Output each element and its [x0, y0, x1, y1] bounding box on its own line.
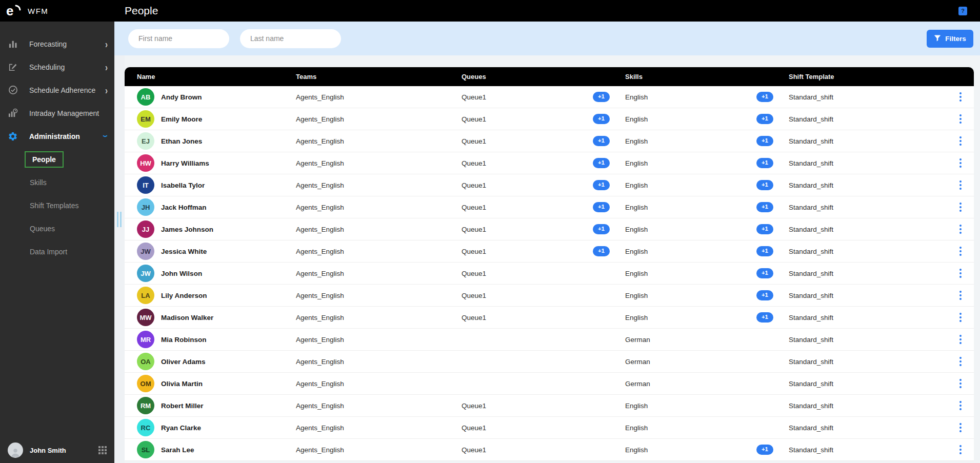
avatar: EJ [137, 132, 154, 150]
row-menu-kebab-icon[interactable] [957, 443, 964, 456]
skill-value: English [625, 93, 648, 101]
table-row[interactable]: EM Emily Moore Agents_English Queue1 +1 … [125, 108, 974, 130]
shift-template-cell: Standard_shift [789, 336, 957, 344]
filters-button[interactable]: Filters [927, 30, 973, 48]
queue-value: Queue1 [462, 182, 486, 189]
skill-more-badge[interactable]: +1 [756, 158, 773, 168]
skill-more-badge[interactable]: +1 [756, 290, 773, 300]
queue-more-badge[interactable]: +1 [593, 158, 610, 168]
sidebar-item-label: Forecasting [29, 40, 105, 48]
row-menu-kebab-icon[interactable] [957, 245, 964, 258]
apps-grid-icon[interactable] [98, 446, 107, 454]
row-menu-kebab-icon[interactable] [957, 377, 964, 390]
column-header-queues: Queues [462, 73, 625, 80]
sidebar-item-data-import[interactable]: Data Import [0, 240, 114, 263]
table-row[interactable]: LA Lily Anderson Agents_English Queue1 E… [125, 285, 974, 307]
sidebar-item-scheduling[interactable]: Scheduling › [0, 55, 114, 78]
table-row[interactable]: JJ James Johnson Agents_English Queue1 +… [125, 218, 974, 240]
table-row[interactable]: JW John Wilson Agents_English Queue1 Eng… [125, 263, 974, 285]
sidebar-item-skills[interactable]: Skills [0, 171, 114, 194]
queue-more-badge[interactable]: +1 [593, 180, 610, 190]
actions-cell [957, 311, 979, 324]
help-icon[interactable]: ? [958, 7, 967, 15]
column-header-skills: Skills [625, 73, 789, 80]
queue-more-badge[interactable]: +1 [593, 114, 610, 124]
row-menu-kebab-icon[interactable] [957, 223, 964, 236]
table-row[interactable]: RC Ryan Clarke Agents_English Queue1 Eng… [125, 417, 974, 439]
splitter-handle[interactable] [117, 212, 122, 227]
skill-cell: English +1 [625, 202, 789, 212]
row-menu-kebab-icon[interactable] [957, 399, 964, 412]
avatar: AB [137, 88, 154, 106]
last-name-input[interactable] [240, 29, 341, 48]
sidebar-item-forecasting[interactable]: Forecasting › [0, 32, 114, 55]
shift-template-cell: Standard_shift [789, 182, 957, 189]
row-menu-kebab-icon[interactable] [957, 178, 964, 192]
skill-cell: English +1 [625, 114, 789, 124]
queue-value: Queue1 [462, 204, 486, 211]
actions-cell [957, 200, 979, 214]
skill-more-badge[interactable]: +1 [756, 246, 773, 256]
table-row[interactable]: JH Jack Hoffman Agents_English Queue1 +1… [125, 196, 974, 218]
sidebar-item-schedule-adherence[interactable]: Schedule Adherence › [0, 78, 114, 102]
table-row[interactable]: JW Jessica White Agents_English Queue1 +… [125, 240, 974, 263]
avatar: RM [137, 397, 154, 414]
team-cell: Agents_English [296, 380, 462, 388]
queue-more-badge[interactable]: +1 [593, 136, 610, 146]
first-name-input[interactable] [128, 29, 229, 48]
skill-more-badge[interactable]: +1 [756, 114, 773, 124]
skill-more-badge[interactable]: +1 [756, 180, 773, 190]
skill-more-badge[interactable]: +1 [756, 268, 773, 278]
row-menu-kebab-icon[interactable] [957, 289, 964, 302]
queue-cell: Queue1 +1 [462, 224, 625, 234]
table-row[interactable]: HW Harry Williams Agents_English Queue1 … [125, 152, 974, 174]
user-menu[interactable]: John Smith [0, 437, 114, 463]
sidebar-item-people[interactable]: People [0, 148, 114, 171]
skill-more-badge[interactable]: +1 [756, 202, 773, 212]
table-row[interactable]: OM Olivia Martin Agents_English German S… [125, 373, 974, 395]
skill-more-badge[interactable]: +1 [756, 92, 773, 102]
queue-value: Queue1 [462, 292, 486, 299]
row-menu-kebab-icon[interactable] [957, 156, 964, 170]
sidebar-item-administration[interactable]: Administration › [0, 125, 114, 148]
row-menu-kebab-icon[interactable] [957, 421, 964, 434]
column-header-shift-template: Shift Template [789, 73, 957, 80]
table-row[interactable]: MR Mia Robinson Agents_English German St… [125, 329, 974, 351]
row-menu-kebab-icon[interactable] [957, 112, 964, 126]
name-cell: HW Harry Williams [137, 154, 296, 172]
table-row[interactable]: RM Robert Miller Agents_English Queue1 E… [125, 395, 974, 417]
skill-cell: English +1 [625, 180, 789, 190]
queue-more-badge[interactable]: +1 [593, 224, 610, 234]
sidebar-item-shift-templates[interactable]: Shift Templates [0, 194, 114, 217]
queue-more-badge[interactable]: +1 [593, 246, 610, 256]
row-menu-kebab-icon[interactable] [957, 134, 964, 148]
sidebar-item-intraday-management[interactable]: Intraday Management [0, 102, 114, 125]
row-menu-kebab-icon[interactable] [957, 333, 964, 346]
queue-more-badge[interactable]: +1 [593, 92, 610, 102]
skill-more-badge[interactable]: +1 [756, 224, 773, 234]
table-row[interactable]: OA Oliver Adams Agents_English German St… [125, 351, 974, 373]
table-row[interactable]: SL Sarah Lee Agents_English Queue1 Engli… [125, 439, 974, 461]
person-name: Olivia Martin [161, 380, 203, 388]
table-row[interactable]: IT Isabella Tylor Agents_English Queue1 … [125, 174, 974, 196]
sidebar-item-queues[interactable]: Queues [0, 217, 114, 240]
skill-more-badge[interactable]: +1 [756, 312, 773, 323]
queue-more-badge[interactable]: +1 [593, 202, 610, 212]
skill-cell: English +1 [625, 312, 789, 323]
table-row[interactable]: AB Andy Brown Agents_English Queue1 +1 E… [125, 86, 974, 108]
row-menu-kebab-icon[interactable] [957, 355, 964, 368]
row-menu-kebab-icon[interactable] [957, 200, 964, 214]
skill-more-badge[interactable]: +1 [756, 136, 773, 146]
queue-cell: Queue1 +1 [462, 202, 625, 212]
user-avatar [8, 442, 23, 458]
table-row[interactable]: MW Madison Walker Agents_English Queue1 … [125, 307, 974, 329]
shift-template-cell: Standard_shift [789, 137, 957, 145]
skill-cell: English [625, 424, 789, 432]
row-menu-kebab-icon[interactable] [957, 267, 964, 280]
skill-more-badge[interactable]: +1 [756, 445, 773, 455]
table-row[interactable]: EJ Ethan Jones Agents_English Queue1 +1 … [125, 130, 974, 152]
row-menu-kebab-icon[interactable] [957, 90, 964, 104]
skill-cell: German [625, 358, 789, 366]
row-menu-kebab-icon[interactable] [957, 311, 964, 324]
avatar: SL [137, 441, 154, 458]
